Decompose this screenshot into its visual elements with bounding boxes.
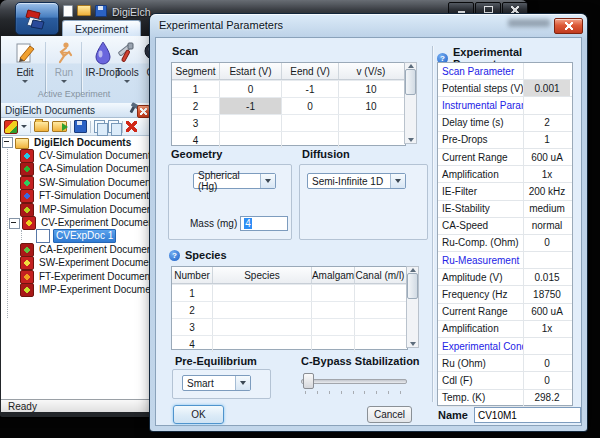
paste-icon[interactable] [108, 120, 119, 133]
pin-icon[interactable] [129, 106, 135, 114]
param-value[interactable]: medium [523, 201, 570, 217]
table-cell[interactable]: 4 [172, 336, 212, 352]
tree-item[interactable]: IMP-Simulation Documents [1, 203, 152, 216]
param-value[interactable]: 298.2 [523, 390, 570, 406]
tree-expander-icon[interactable] [2, 137, 13, 148]
table-row[interactable]: 4 [172, 335, 407, 352]
table-cell[interactable] [219, 115, 281, 131]
tree-item[interactable]: SW-Experiment Documents [1, 257, 152, 270]
param-section-row[interactable]: Ru-Measurement [438, 251, 572, 268]
species-table-scrollbar[interactable] [406, 266, 419, 348]
param-section-row[interactable]: Experimental Conditions [438, 337, 572, 354]
param-row[interactable]: Amplification1x [438, 165, 572, 182]
param-row[interactable]: IE-Filter200 kHz [438, 182, 572, 199]
table-cell[interactable] [354, 285, 405, 301]
run-button[interactable]: Run [48, 40, 80, 96]
qat-new-icon[interactable] [63, 5, 73, 17]
table-cell[interactable] [212, 285, 311, 301]
param-row[interactable]: Pre-Drops1 [438, 131, 572, 148]
dropdown-arrow-icon[interactable] [21, 125, 27, 128]
param-row[interactable]: Cdl (F)0 [438, 371, 572, 388]
param-row[interactable]: IE-Stabilitymedium [438, 200, 572, 217]
table-cell[interactable] [311, 285, 354, 301]
param-section-row[interactable]: Instrumental Parameters [438, 96, 572, 113]
panel-close-button[interactable] [137, 105, 150, 118]
new-doc-icon[interactable] [4, 120, 18, 134]
param-row[interactable]: Ru-Comp. (Ohm)0 [438, 234, 572, 251]
help-icon[interactable]: ? [169, 250, 180, 261]
geometry-combo[interactable]: Spherical (Hg) [193, 173, 276, 189]
table-cell[interactable] [212, 319, 311, 335]
param-value[interactable]: 1x [523, 166, 570, 182]
table-row[interactable]: 3 [172, 318, 407, 335]
table-cell[interactable] [212, 302, 311, 318]
table-cell[interactable] [338, 132, 403, 148]
name-input[interactable]: CV10M1 [474, 407, 581, 423]
param-value[interactable]: 18750 [523, 286, 570, 302]
table-cell[interactable]: 1 [172, 81, 219, 97]
param-row[interactable]: Frequency (Hz18750 [438, 285, 572, 302]
table-cell[interactable] [219, 132, 281, 148]
dialog-close-button[interactable] [554, 18, 583, 34]
table-row[interactable]: 2 [172, 301, 407, 318]
param-row[interactable]: Temp. (K)298.2 [438, 389, 572, 406]
import-folder-icon[interactable] [52, 121, 67, 132]
table-row[interactable]: 2-1010 [172, 97, 405, 114]
param-value[interactable]: 0 [523, 235, 570, 251]
cancel-button[interactable]: Cancel [367, 406, 412, 423]
param-value[interactable]: normal [523, 218, 570, 234]
table-cell[interactable]: 3 [172, 115, 219, 131]
app-menu-button[interactable] [15, 2, 59, 35]
tools-button[interactable]: Tools [113, 40, 141, 96]
param-value[interactable]: 600 uA [523, 149, 570, 165]
table-cell[interactable]: 2 [172, 302, 212, 318]
tree-item[interactable]: CV-Experiment Documents [1, 216, 152, 229]
table-row[interactable]: 10-110 [172, 80, 405, 97]
table-cell[interactable]: 1 [172, 285, 212, 301]
param-value[interactable]: 600 uA [523, 304, 570, 320]
table-cell[interactable]: 4 [172, 132, 219, 148]
param-row[interactable]: Amplification1x [438, 320, 572, 337]
table-cell[interactable] [311, 319, 354, 335]
param-row[interactable]: CA-Speednormal [438, 217, 572, 234]
scan-table-scrollbar[interactable] [404, 62, 417, 144]
table-cell[interactable]: -1 [219, 98, 281, 114]
table-cell[interactable]: 0 [281, 98, 338, 114]
param-value[interactable]: 1 [523, 132, 570, 148]
table-cell[interactable]: 2 [172, 98, 219, 114]
ok-button[interactable]: OK [173, 405, 224, 424]
table-cell[interactable] [311, 336, 354, 352]
param-value[interactable]: 200 kHz [523, 183, 570, 199]
tab-experiment[interactable]: Experiment [62, 20, 141, 37]
panel-header[interactable]: DigiElch Documents [1, 103, 152, 118]
copy-icon[interactable] [94, 120, 105, 133]
tree-item[interactable]: FT-Simulation Documents [1, 190, 152, 203]
tree-item[interactable]: CA-Experiment Documents [1, 243, 152, 256]
qat-save-icon[interactable] [95, 5, 107, 17]
table-cell[interactable] [354, 302, 405, 318]
param-row[interactable]: Delay time (s)2 [438, 114, 572, 131]
table-row[interactable]: 1 [172, 284, 407, 301]
table-cell[interactable]: 0 [219, 81, 281, 97]
table-cell[interactable] [281, 115, 338, 131]
qat-open-icon[interactable] [77, 5, 91, 16]
tree-expander-icon[interactable] [9, 218, 20, 229]
save-icon[interactable] [74, 120, 87, 133]
tree-item[interactable]: SW-Simulation Documents [1, 176, 152, 189]
param-section-row[interactable]: Scan Parameter [438, 63, 572, 79]
c-bypass-slider[interactable] [301, 372, 405, 396]
tree-item[interactable]: CV-Simulation Documents [1, 149, 152, 162]
param-value[interactable]: 0 [523, 372, 570, 388]
table-cell[interactable]: 10 [338, 98, 403, 114]
param-row[interactable]: Potential steps (V)0.001 [438, 79, 572, 96]
mass-input[interactable]: 4 [240, 216, 288, 231]
delete-icon[interactable] [126, 121, 137, 132]
param-row[interactable]: Ru (Ohm)0 [438, 354, 572, 371]
tree-item[interactable]: CVExpDoc 1 [1, 230, 152, 243]
table-cell[interactable] [338, 115, 403, 131]
param-value[interactable]: 0 [523, 355, 570, 371]
table-cell[interactable]: -1 [281, 81, 338, 97]
tree-item[interactable]: CA-Simulation Documents [1, 163, 152, 176]
tree-item[interactable]: DigiElch Documents [1, 136, 152, 149]
table-cell[interactable]: 10 [338, 81, 403, 97]
